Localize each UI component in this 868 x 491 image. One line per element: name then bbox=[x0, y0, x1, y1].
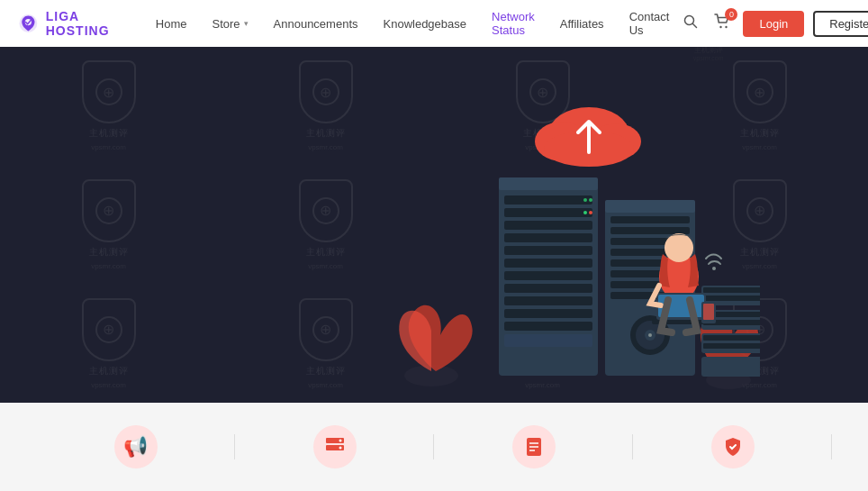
search-button[interactable] bbox=[680, 11, 701, 36]
cart-badge: 0 bbox=[725, 8, 737, 21]
nav-contact[interactable]: Contact Us bbox=[619, 5, 681, 42]
server-icon bbox=[324, 436, 346, 458]
svg-point-53 bbox=[665, 233, 693, 262]
svg-rect-17 bbox=[504, 284, 592, 293]
svg-point-67 bbox=[339, 447, 341, 450]
svg-point-23 bbox=[589, 198, 592, 202]
svg-rect-9 bbox=[499, 177, 598, 190]
announcements-icon-wrap: 📢 bbox=[114, 425, 158, 468]
hero-section: ⊕主机测评vpsmr.com ⊕主机测评vpsmr.com ⊕主机测评vpsmr… bbox=[0, 47, 868, 403]
svg-rect-28 bbox=[610, 216, 690, 223]
svg-point-57 bbox=[712, 267, 716, 270]
security-icon-wrap bbox=[711, 425, 755, 468]
svg-point-5 bbox=[726, 26, 728, 28]
svg-rect-15 bbox=[504, 259, 592, 268]
navbar: Liga Hosting Home Store ▾ Announcements … bbox=[0, 0, 868, 47]
svg-line-3 bbox=[693, 24, 697, 28]
svg-rect-13 bbox=[504, 233, 592, 242]
svg-rect-16 bbox=[504, 271, 592, 280]
nav-links: Home Store ▾ Announcements Knowledgebase… bbox=[145, 5, 681, 42]
nav-home[interactable]: Home bbox=[145, 12, 198, 36]
svg-rect-20 bbox=[504, 322, 592, 331]
svg-point-25 bbox=[589, 211, 592, 214]
nav-announcements[interactable]: Announcements bbox=[263, 12, 369, 36]
svg-point-4 bbox=[720, 26, 722, 28]
shield-icon bbox=[722, 436, 744, 458]
svg-rect-42 bbox=[703, 296, 760, 301]
svg-rect-49 bbox=[703, 335, 760, 341]
nav-network-status[interactable]: Network Status bbox=[481, 5, 546, 42]
card-servers bbox=[235, 425, 434, 468]
card-announcements: 📢 bbox=[36, 425, 235, 468]
svg-rect-29 bbox=[610, 227, 690, 234]
svg-rect-50 bbox=[703, 343, 760, 349]
cards-strip: 📢 bbox=[0, 403, 868, 491]
svg-rect-14 bbox=[504, 246, 592, 255]
card-security bbox=[633, 425, 832, 468]
nav-affiliates[interactable]: Affiliates bbox=[549, 12, 615, 36]
nav-actions: 0 Login Register bbox=[680, 10, 868, 37]
svg-rect-18 bbox=[504, 296, 592, 305]
search-icon bbox=[683, 14, 698, 29]
svg-rect-10 bbox=[504, 195, 592, 205]
document-icon bbox=[523, 436, 545, 458]
login-button[interactable]: Login bbox=[743, 11, 804, 37]
svg-rect-51 bbox=[701, 357, 760, 377]
megaphone-icon: 📢 bbox=[123, 435, 148, 459]
logo-text: Liga Hosting bbox=[46, 9, 118, 38]
svg-rect-21 bbox=[504, 334, 592, 347]
store-arrow-icon: ▾ bbox=[244, 19, 249, 28]
svg-point-66 bbox=[339, 440, 341, 442]
svg-rect-11 bbox=[504, 208, 592, 217]
svg-point-22 bbox=[583, 198, 587, 202]
cart-button[interactable]: 0 bbox=[710, 10, 734, 37]
svg-point-39 bbox=[648, 333, 652, 337]
nav-store[interactable]: Store ▾ bbox=[201, 12, 258, 36]
svg-rect-63 bbox=[703, 304, 714, 320]
hero-illustration bbox=[382, 96, 760, 403]
svg-point-24 bbox=[583, 211, 587, 214]
card-docs bbox=[434, 425, 633, 468]
logo-icon bbox=[18, 9, 39, 38]
svg-rect-19 bbox=[504, 309, 592, 318]
nav-knowledgebase[interactable]: Knowledgebase bbox=[373, 12, 478, 36]
svg-rect-27 bbox=[605, 200, 695, 213]
logo[interactable]: Liga Hosting bbox=[18, 9, 118, 38]
svg-rect-12 bbox=[504, 221, 592, 230]
register-button[interactable]: Register bbox=[813, 11, 868, 37]
docs-icon-wrap bbox=[512, 425, 556, 468]
servers-icon-wrap bbox=[313, 425, 357, 468]
svg-rect-41 bbox=[703, 287, 760, 293]
